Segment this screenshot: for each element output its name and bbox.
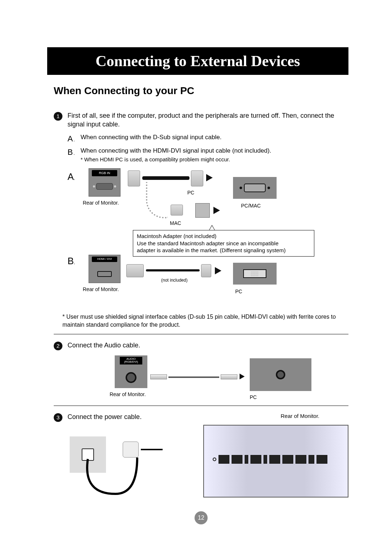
letter-a-text: When connecting with the D-Sub signal in…: [81, 133, 348, 144]
callout-line1: Macintosh Adapter (not included): [137, 233, 310, 240]
step-badge-2: 2: [54, 342, 62, 350]
step-1-text: First of all, see if the computer, produ…: [68, 111, 348, 129]
pc-audio-block: [250, 358, 311, 391]
rear-label-a: Rear of Monitor.: [83, 200, 119, 206]
divider: [54, 334, 348, 334]
step-3: 3 Connect the power cable. Rear of Monit…: [54, 412, 348, 422]
step-2-text: Connect the Audio cable.: [68, 341, 348, 350]
diagram-power: [54, 425, 348, 501]
arrow-icon: [213, 207, 220, 214]
power-plug-icon: [123, 442, 139, 458]
dvi-female-icon: ::::::::::::::::::::::::: [243, 269, 266, 278]
pc-dvi-block: ::::::::::::::::::::::::: [233, 263, 277, 285]
callout-line3: adapter is available in the market. (Dif…: [137, 247, 310, 254]
arrow-icon: [206, 174, 213, 181]
connector-icon: [171, 205, 183, 215]
step-1: 1 First of all, see if the computer, pro…: [54, 111, 348, 129]
not-included-label: (not included): [161, 277, 188, 283]
mac-adapter-icon: [195, 203, 210, 218]
content-area: 1 First of all, see if the computer, pro…: [54, 111, 348, 524]
monitor-port-strip: [213, 453, 339, 466]
page-number: 12: [198, 514, 204, 522]
pc-label-audio: PC: [250, 394, 257, 401]
hdmi-plug-icon: [126, 264, 144, 277]
diagram-audio: AUDIO (RGB/DVI) Rear of Monitor. PC: [54, 355, 348, 403]
diagram-b-letter: B.: [68, 255, 75, 267]
port-icon: [250, 455, 261, 464]
port-icon: [245, 455, 248, 464]
hdmi-port-icon: [97, 271, 112, 277]
plug-cable-icon: [141, 445, 166, 456]
page-number-badge: 12: [195, 511, 208, 524]
port-icon: [317, 455, 327, 464]
pc-label-a: PC: [187, 189, 194, 196]
arrow-icon: [215, 267, 221, 274]
substep-a: A. When connecting with the D-Sub signal…: [68, 133, 348, 144]
screw-icon: [213, 458, 216, 461]
audio-jack-icon: [276, 370, 285, 379]
letter-a-label: A.: [68, 133, 81, 144]
port-icon: [282, 455, 293, 464]
step-3-text: Connect the power cable.: [68, 412, 142, 421]
connector-icon: [191, 170, 203, 186]
audio-plug-icon: [150, 374, 167, 379]
dvi-plug-icon: [201, 264, 211, 277]
port-icon: [309, 455, 314, 464]
letter-b-text: When connecting with the HDMI-DVI signal…: [81, 147, 348, 163]
pcmac-label: PC/MAC: [241, 202, 261, 209]
step-badge-1: 1: [54, 112, 62, 121]
port-icon: [264, 455, 267, 464]
shielded-cable-note: * User must use shielded signal interfac…: [62, 313, 348, 329]
pcmac-port-block: [233, 177, 277, 199]
diagram-a-b: A. RGB IN Rear of Monitor. PC MAC PC/MAC: [54, 168, 348, 310]
rear-label-audio: Rear of Monitor.: [110, 391, 146, 398]
divider: [54, 406, 348, 406]
rgb-in-port: RGB IN: [89, 168, 121, 197]
pc-label-b: PC: [235, 288, 242, 295]
vga-port-icon: [96, 183, 113, 190]
diagram-a-letter: A.: [68, 170, 75, 183]
audio-cable-icon: [168, 376, 219, 378]
rear-label-power: Rear of Monitor.: [281, 412, 319, 420]
callout-pointer-icon: [209, 225, 215, 230]
section-subtitle: When Connecting to your PC: [54, 85, 348, 97]
mac-branch-icon: [146, 182, 168, 218]
mac-label: MAC: [170, 220, 181, 227]
connector-icon: [128, 170, 140, 186]
cable-icon: [142, 176, 189, 180]
hdmi-dvi-label: HDMI / DVI: [92, 257, 117, 262]
hdmi-dvi-port: HDMI / DVI: [89, 255, 121, 283]
port-icon: [219, 455, 229, 464]
callout-line2: Use the standard Macintosh adapter since…: [137, 240, 310, 247]
monitor-rear-icon: [203, 425, 348, 497]
substep-b: B. When connecting with the HDMI-DVI sig…: [68, 147, 348, 163]
page-title: Connecting to External Devices: [95, 53, 300, 69]
arrow-icon: [240, 374, 245, 379]
rgb-in-label: RGB IN: [92, 170, 117, 176]
port-icon: [232, 455, 242, 464]
audio-plug-icon: [221, 374, 237, 379]
audio-port-block: AUDIO (RGB/DVI): [115, 355, 147, 388]
letter-b-label: B.: [68, 147, 81, 163]
port-icon: [269, 455, 280, 464]
page-title-bar: Connecting to External Devices: [47, 47, 348, 75]
vga-female-icon: [244, 184, 266, 192]
cable-icon: [146, 269, 200, 271]
port-icon: [295, 455, 306, 464]
rear-label-b: Rear of Monitor.: [83, 286, 119, 293]
audio-jack-icon: [126, 372, 136, 383]
step-badge-3: 3: [54, 413, 62, 422]
letter-b-subnote: * When HDMI PC is used, a compatiblity p…: [81, 156, 348, 163]
audio-port-label: AUDIO (RGB/DVI): [120, 357, 142, 365]
step-2: 2 Connect the Audio cable.: [54, 341, 348, 350]
mac-adapter-callout: Macintosh Adapter (not included) Use the…: [133, 230, 314, 257]
